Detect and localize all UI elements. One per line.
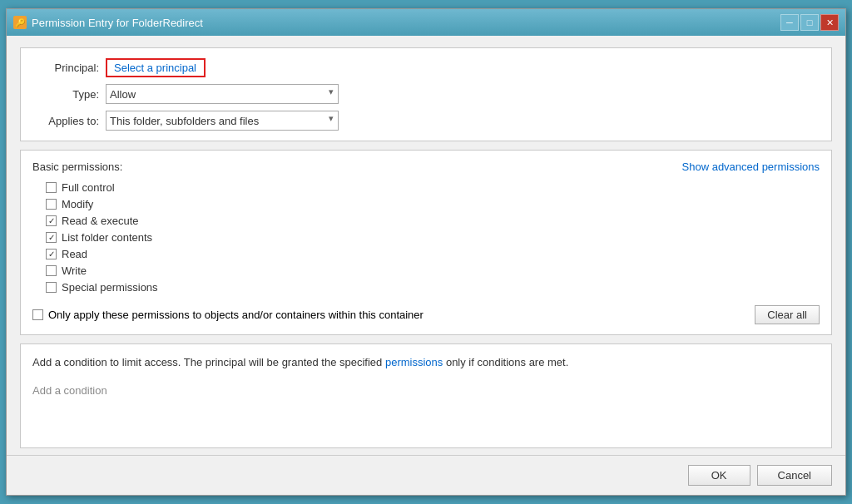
condition-description: Add a condition to limit access. The pri… (32, 354, 820, 371)
show-advanced-link[interactable]: Show advanced permissions (682, 161, 820, 173)
middle-panel: Basic permissions: Show advanced permiss… (20, 150, 832, 335)
list-item: Full control (46, 181, 820, 194)
modify-checkbox[interactable] (46, 199, 57, 210)
list-folder-contents-checkbox[interactable] (46, 232, 57, 243)
list-item: Write (46, 264, 820, 277)
only-apply-label: Only apply these permissions to objects … (48, 309, 424, 321)
type-select[interactable]: Allow Deny (106, 84, 339, 104)
list-item: Read & execute (46, 215, 820, 227)
minimize-button[interactable]: ─ (780, 14, 799, 31)
read-label: Read (62, 248, 87, 260)
footer-bar: OK Cancel (7, 455, 845, 495)
list-item: Modify (46, 198, 820, 210)
bottom-panel: Add a condition to limit access. The pri… (20, 343, 832, 448)
basic-permissions-title: Basic permissions: (32, 161, 122, 173)
cancel-button[interactable]: Cancel (757, 465, 832, 486)
title-bar-controls: ─ □ ✕ (780, 14, 839, 31)
app-icon: 🔑 (13, 16, 27, 29)
title-bar: 🔑 Permission Entry for FolderRedirect ─ … (7, 9, 845, 36)
only-apply-left: Only apply these permissions to objects … (32, 309, 424, 321)
add-condition-link[interactable]: Add a condition (32, 384, 107, 397)
close-button[interactable]: ✕ (820, 14, 839, 31)
only-apply-row: Only apply these permissions to objects … (32, 305, 820, 324)
permissions-link[interactable]: permissions (385, 356, 443, 368)
special-permissions-checkbox[interactable] (46, 282, 57, 293)
full-control-checkbox[interactable] (46, 182, 57, 193)
list-item: Read (46, 248, 820, 260)
principal-row: Principal: Select a principal (32, 58, 820, 77)
select-principal-button[interactable]: Select a principal (106, 58, 206, 77)
type-select-wrapper: Allow Deny (106, 84, 339, 104)
special-permissions-label: Special permissions (62, 281, 158, 294)
write-checkbox[interactable] (46, 265, 57, 276)
permissions-list: Full control Modify Read & execute List … (32, 181, 820, 294)
condition-text-2: only if conditions are met. (443, 356, 568, 368)
full-control-label: Full control (62, 181, 115, 194)
condition-text-1: Add a condition to limit access. The pri… (32, 356, 385, 368)
type-row: Type: Allow Deny (32, 84, 820, 104)
list-item: Special permissions (46, 281, 820, 294)
applies-to-select-wrapper: This folder, subfolders and files This f… (106, 111, 339, 131)
main-window: 🔑 Permission Entry for FolderRedirect ─ … (6, 8, 846, 496)
type-label: Type: (32, 88, 99, 101)
read-execute-checkbox[interactable] (46, 215, 57, 226)
applies-to-label: Applies to: (32, 115, 99, 127)
list-folder-contents-label: List folder contents (62, 231, 152, 244)
panel-header: Basic permissions: Show advanced permiss… (32, 161, 820, 173)
title-bar-left: 🔑 Permission Entry for FolderRedirect (13, 16, 203, 29)
principal-label: Principal: (32, 62, 99, 74)
read-checkbox[interactable] (46, 249, 57, 259)
window-title: Permission Entry for FolderRedirect (32, 17, 203, 29)
read-execute-label: Read & execute (62, 215, 139, 227)
list-item: List folder contents (46, 231, 820, 244)
maximize-button[interactable]: □ (800, 14, 819, 31)
write-label: Write (62, 264, 87, 277)
modify-label: Modify (62, 198, 93, 210)
applies-to-select[interactable]: This folder, subfolders and files This f… (106, 111, 339, 131)
ok-button[interactable]: OK (688, 465, 750, 486)
top-panel: Principal: Select a principal Type: Allo… (20, 47, 832, 141)
applies-to-row: Applies to: This folder, subfolders and … (32, 111, 820, 131)
clear-all-button[interactable]: Clear all (755, 305, 820, 324)
content-area: Principal: Select a principal Type: Allo… (7, 36, 845, 455)
only-apply-checkbox[interactable] (32, 309, 43, 320)
